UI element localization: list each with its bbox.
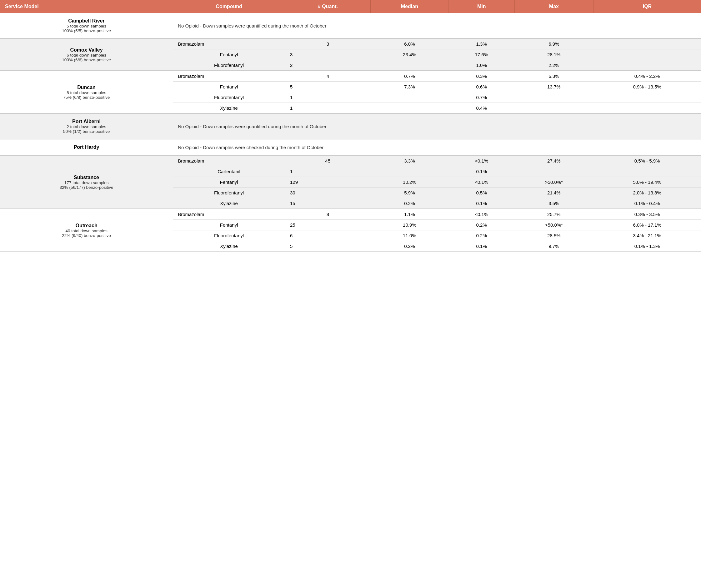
min-cell: <0.1%: [449, 155, 515, 166]
max-cell: >50.0%*: [515, 220, 594, 230]
quant-cell: 25: [285, 220, 371, 230]
min-cell: 0.3%: [449, 71, 515, 81]
table-row: Substance177 total down samples32% (56/1…: [0, 155, 701, 166]
max-cell: [515, 92, 594, 103]
min-cell: 0.5%: [449, 188, 515, 198]
compound-cell: Fluorofentanyl: [173, 60, 285, 71]
iqr-cell: 0.4% - 2.2%: [593, 71, 701, 81]
compound-cell: Fentanyl: [173, 81, 285, 92]
service-detail-2: 100% (6/6) benzo-positive: [4, 57, 169, 62]
median-cell: 0.7%: [371, 71, 449, 81]
col-service-model: Service Model: [0, 0, 173, 13]
section-row-campbell-river: Campbell River5 total down samples100% (…: [0, 13, 701, 38]
col-quant: # Quant.: [285, 0, 371, 13]
median-cell: 1.1%: [371, 209, 449, 220]
max-cell: 2.2%: [515, 60, 594, 71]
quant-cell: 1: [285, 92, 371, 103]
service-model-cell: Port Hardy: [0, 139, 173, 155]
max-cell: 6.3%: [515, 71, 594, 81]
iqr-cell: 0.9% - 13.5%: [593, 81, 701, 92]
col-min: Min: [449, 0, 515, 13]
max-cell: 6.9%: [515, 38, 594, 49]
service-detail-1: 177 total down samples: [4, 180, 169, 185]
min-cell: 1.0%: [449, 60, 515, 71]
median-cell: 10.2%: [371, 177, 449, 188]
table-row: Outreach40 total down samples22% (9/40) …: [0, 209, 701, 220]
service-detail-1: 40 total down samples: [4, 228, 169, 233]
main-table: Service Model Compound # Quant. Median M…: [0, 0, 701, 252]
compound-cell: Fentanyl: [173, 49, 285, 60]
median-cell: 6.0%: [371, 38, 449, 49]
min-cell: 0.6%: [449, 81, 515, 92]
service-model-cell: Campbell River5 total down samples100% (…: [0, 13, 173, 38]
compound-cell: Xylazine: [173, 241, 285, 252]
service-name: Port Hardy: [5, 145, 168, 150]
service-detail-1: 2 total down samples: [5, 125, 168, 129]
compound-cell: Carfentanil: [173, 166, 285, 177]
compound-cell: Bromazolam: [173, 209, 285, 220]
col-max: Max: [515, 0, 594, 13]
max-cell: 25.7%: [515, 209, 594, 220]
quant-cell: 5: [285, 241, 371, 252]
median-cell: 0.2%: [371, 198, 449, 209]
median-cell: 10.9%: [371, 220, 449, 230]
service-model-cell: Duncan8 total down samples75% (6/8) benz…: [0, 71, 173, 114]
col-compound: Compound: [173, 0, 285, 13]
min-cell: <0.1%: [449, 177, 515, 188]
min-cell: 0.2%: [449, 230, 515, 241]
min-cell: 17.6%: [449, 49, 515, 60]
min-cell: 0.4%: [449, 103, 515, 114]
service-name: Comox Valley: [4, 47, 169, 53]
service-name: Campbell River: [5, 18, 168, 24]
quant-cell: 8: [285, 209, 371, 220]
max-cell: 9.7%: [515, 241, 594, 252]
median-cell: 3.3%: [371, 155, 449, 166]
no-opioid-message: No Opioid - Down samples were quantified…: [173, 114, 701, 139]
max-cell: 28.1%: [515, 49, 594, 60]
compound-cell: Fluorofentanyl: [173, 92, 285, 103]
quant-cell: 129: [285, 177, 371, 188]
iqr-cell: 0.1% - 0.4%: [593, 198, 701, 209]
service-detail-2: 32% (56/177) benzo-positive: [4, 185, 169, 190]
iqr-cell: [593, 49, 701, 60]
min-cell: <0.1%: [449, 209, 515, 220]
max-cell: >50.0%*: [515, 177, 594, 188]
service-detail-1: 6 total down samples: [4, 53, 169, 57]
iqr-cell: 5.0% - 19.4%: [593, 177, 701, 188]
quant-cell: 5: [285, 81, 371, 92]
compound-cell: Bromazolam: [173, 38, 285, 49]
max-cell: 3.5%: [515, 198, 594, 209]
median-cell: 23.4%: [371, 49, 449, 60]
service-model-cell: Comox Valley6 total down samples100% (6/…: [0, 38, 173, 71]
median-cell: [371, 103, 449, 114]
compound-cell: Fentanyl: [173, 220, 285, 230]
quant-cell: 6: [285, 230, 371, 241]
iqr-cell: 0.1% - 1.3%: [593, 241, 701, 252]
quant-cell: 3: [285, 49, 371, 60]
iqr-cell: [593, 103, 701, 114]
compound-cell: Fluorofentanyl: [173, 230, 285, 241]
quant-cell: 4: [285, 71, 371, 81]
median-cell: [371, 166, 449, 177]
quant-cell: 45: [285, 155, 371, 166]
service-detail-2: 100% (5/5) benzo-positive: [5, 28, 168, 33]
service-name: Substance: [4, 175, 169, 180]
median-cell: [371, 60, 449, 71]
compound-cell: Xylazine: [173, 198, 285, 209]
service-model-cell: Substance177 total down samples32% (56/1…: [0, 155, 173, 209]
median-cell: 11.0%: [371, 230, 449, 241]
no-opioid-message: No Opioid - Down samples were checked du…: [173, 139, 701, 155]
no-opioid-message: No Opioid - Down samples were quantified…: [173, 13, 701, 38]
quant-cell: 1: [285, 103, 371, 114]
iqr-cell: [593, 166, 701, 177]
service-detail-1: 5 total down samples: [5, 24, 168, 28]
col-median: Median: [371, 0, 449, 13]
service-detail-2: 50% (1/2) benzo-positive: [5, 129, 168, 134]
max-cell: 13.7%: [515, 81, 594, 92]
iqr-cell: 2.0% - 13.8%: [593, 188, 701, 198]
quant-cell: 15: [285, 198, 371, 209]
max-cell: 27.4%: [515, 155, 594, 166]
median-cell: 7.3%: [371, 81, 449, 92]
compound-cell: Bromazolam: [173, 71, 285, 81]
max-cell: [515, 103, 594, 114]
